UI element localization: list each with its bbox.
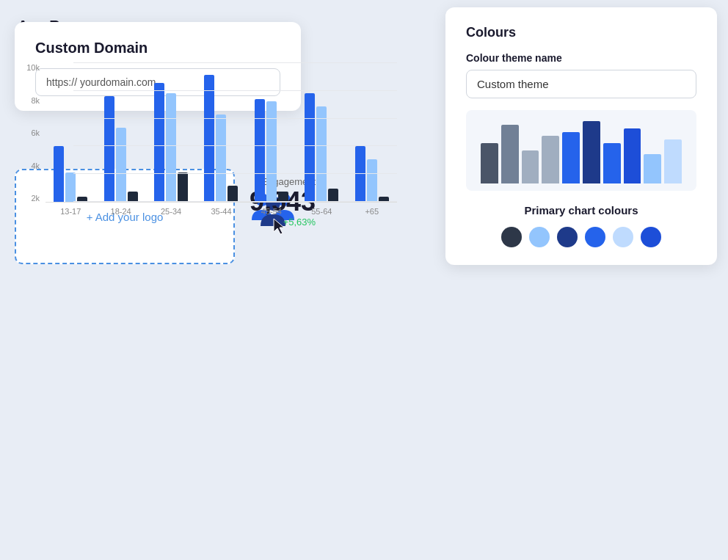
bar-other: [379, 197, 389, 202]
y-label-10k: 10k: [18, 63, 43, 72]
y-label-6k: 6k: [18, 128, 43, 137]
colour-swatches: [466, 227, 696, 247]
bar-other: [77, 197, 87, 202]
bar-female: [367, 159, 377, 202]
bar-male: [204, 75, 214, 202]
bar-other: [128, 192, 138, 202]
bar-female: [65, 172, 76, 202]
bar-male: [104, 96, 114, 202]
bar-male: [305, 93, 315, 202]
mini-bar: [542, 136, 559, 183]
bar-group: [347, 146, 397, 202]
bar-male: [54, 146, 64, 202]
colour-swatch[interactable]: [585, 227, 605, 247]
colour-swatch[interactable]: [529, 227, 550, 247]
bar-male: [355, 146, 365, 202]
y-label-2k: 2k: [18, 194, 43, 203]
colour-swatch[interactable]: [557, 227, 578, 247]
theme-name-input[interactable]: [466, 70, 696, 98]
bar-group: [46, 146, 95, 202]
bar-female: [266, 101, 277, 202]
mini-chart: [466, 110, 696, 191]
bar-group: [296, 93, 346, 202]
colour-swatch[interactable]: [641, 227, 661, 247]
y-axis: 2k 4k 6k 8k 10k: [18, 63, 43, 203]
bar-chart-inner: [46, 63, 397, 203]
domain-title: Custom Domain: [35, 40, 280, 57]
colours-panel: Colours Colour theme name Primary chart …: [445, 7, 717, 265]
mini-bar: [501, 125, 519, 183]
bar-female: [316, 106, 327, 202]
mini-bar: [664, 139, 682, 183]
bar-female: [116, 128, 126, 202]
bar-group: [196, 75, 246, 202]
colours-title: Colours: [466, 25, 696, 40]
y-label-8k: 8k: [18, 96, 43, 105]
bar-group: [146, 83, 196, 202]
bar-other: [328, 189, 338, 202]
x-axis: 13-17 18-24 25-34 35-44 45-54 55-64 +65: [46, 207, 397, 216]
mini-bar: [522, 150, 539, 183]
bar-other: [228, 186, 238, 202]
y-label-4k: 4k: [18, 161, 43, 170]
mini-bar: [603, 143, 621, 183]
bar-other: [278, 192, 288, 202]
bar-group: [247, 99, 296, 202]
bar-chart: 2k 4k 6k 8k 10k 13-17 18-24 25-34 35-44 …: [18, 63, 397, 225]
primary-colours-label: Primary chart colours: [466, 204, 696, 217]
mini-bar: [624, 128, 641, 183]
colour-swatch[interactable]: [613, 227, 633, 247]
mini-bar: [583, 121, 600, 183]
bar-other: [178, 172, 188, 202]
bar-group: [95, 96, 145, 202]
theme-name-label: Colour theme name: [466, 52, 696, 64]
colour-swatch[interactable]: [501, 227, 522, 247]
bar-male: [255, 99, 265, 202]
bar-female: [216, 114, 226, 202]
bar-male: [154, 83, 164, 202]
mini-bar: [481, 143, 498, 183]
mini-bar: [562, 132, 580, 183]
bar-female: [166, 93, 176, 202]
mini-bar: [644, 154, 661, 183]
